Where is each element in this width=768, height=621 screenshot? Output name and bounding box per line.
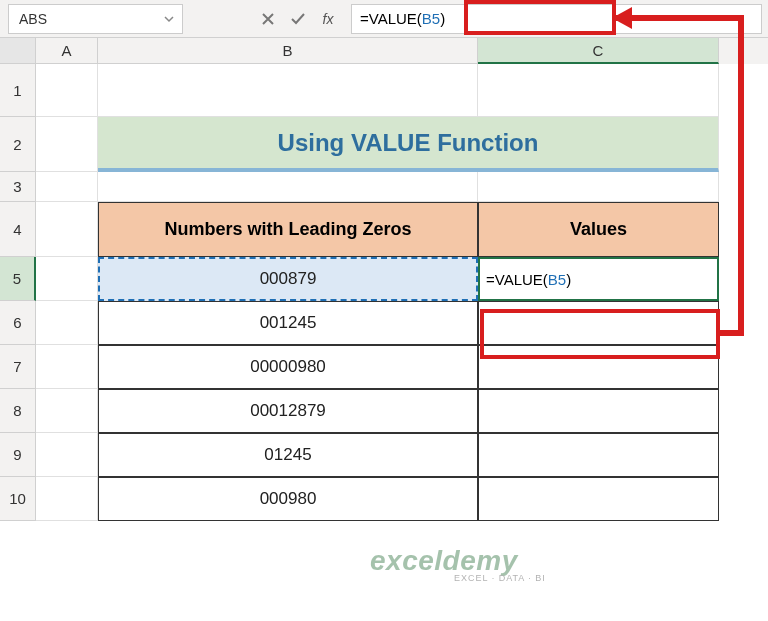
row-header-1[interactable]: 1 bbox=[0, 64, 36, 117]
cell-A9[interactable] bbox=[36, 433, 98, 477]
cell-C5[interactable]: =VALUE(B5) bbox=[478, 257, 719, 301]
cell-B1[interactable] bbox=[98, 64, 478, 117]
fx-icon[interactable]: fx bbox=[313, 4, 343, 34]
col-header-C[interactable]: C bbox=[478, 38, 719, 64]
col-header-B[interactable]: B bbox=[98, 38, 478, 64]
cell-A8[interactable] bbox=[36, 389, 98, 433]
col-header-A[interactable]: A bbox=[36, 38, 98, 64]
cell-A10[interactable] bbox=[36, 477, 98, 521]
watermark-subtext: EXCEL · DATA · BI bbox=[370, 573, 546, 583]
row-headers: 1 2 3 4 5 6 7 8 9 10 bbox=[0, 64, 36, 521]
cell-C1[interactable] bbox=[478, 64, 719, 117]
row-header-9[interactable]: 9 bbox=[0, 433, 36, 477]
row-header-3[interactable]: 3 bbox=[0, 172, 36, 202]
cell-B6[interactable]: 001245 bbox=[98, 301, 478, 345]
cancel-icon[interactable] bbox=[253, 4, 283, 34]
row-header-7[interactable]: 7 bbox=[0, 345, 36, 389]
cell-C8[interactable] bbox=[478, 389, 719, 433]
cell-A3[interactable] bbox=[36, 172, 98, 202]
cell-A2[interactable] bbox=[36, 117, 98, 172]
formula-ref: B5 bbox=[422, 10, 440, 27]
cell-C10[interactable] bbox=[478, 477, 719, 521]
annotation-arrow bbox=[720, 330, 744, 336]
cell-A6[interactable] bbox=[36, 301, 98, 345]
row-header-8[interactable]: 8 bbox=[0, 389, 36, 433]
cell-C9[interactable] bbox=[478, 433, 719, 477]
row-header-2[interactable]: 2 bbox=[0, 117, 36, 172]
cell-B8[interactable]: 00012879 bbox=[98, 389, 478, 433]
annotation-arrow bbox=[616, 15, 744, 21]
cell-C7[interactable] bbox=[478, 345, 719, 389]
cell-C6[interactable] bbox=[478, 301, 719, 345]
row-header-6[interactable]: 6 bbox=[0, 301, 36, 345]
cell-A5[interactable] bbox=[36, 257, 98, 301]
cell-B3[interactable] bbox=[98, 172, 478, 202]
cell-B7[interactable]: 00000980 bbox=[98, 345, 478, 389]
annotation-arrow bbox=[738, 15, 744, 333]
name-box-value: ABS bbox=[19, 11, 162, 27]
select-all-corner[interactable] bbox=[0, 38, 36, 64]
cell-A1[interactable] bbox=[36, 64, 98, 117]
name-box[interactable]: ABS bbox=[8, 4, 183, 34]
cell-B9[interactable]: 01245 bbox=[98, 433, 478, 477]
confirm-icon[interactable] bbox=[283, 4, 313, 34]
header-B4[interactable]: Numbers with Leading Zeros bbox=[98, 202, 478, 257]
cell-B5[interactable]: 000879 bbox=[98, 257, 478, 301]
title-cell[interactable]: Using VALUE Function bbox=[98, 117, 719, 172]
row-header-10[interactable]: 10 bbox=[0, 477, 36, 521]
row-header-4[interactable]: 4 bbox=[0, 202, 36, 257]
cell-A4[interactable] bbox=[36, 202, 98, 257]
annotation-arrow-head bbox=[612, 7, 632, 29]
name-box-dropdown-icon[interactable] bbox=[162, 14, 176, 24]
column-headers: A B C bbox=[0, 38, 768, 64]
watermark-text: exceldemy bbox=[370, 545, 546, 577]
formula-suffix: ) bbox=[440, 10, 445, 27]
row-header-5[interactable]: 5 bbox=[0, 257, 36, 301]
cell-B10[interactable]: 000980 bbox=[98, 477, 478, 521]
cell-C3[interactable] bbox=[478, 172, 719, 202]
cell-A7[interactable] bbox=[36, 345, 98, 389]
watermark: exceldemy EXCEL · DATA · BI bbox=[370, 545, 546, 583]
header-C4[interactable]: Values bbox=[478, 202, 719, 257]
formula-prefix: =VALUE( bbox=[360, 10, 422, 27]
cell-grid: Using VALUE Function Numbers with Leadin… bbox=[36, 64, 768, 521]
